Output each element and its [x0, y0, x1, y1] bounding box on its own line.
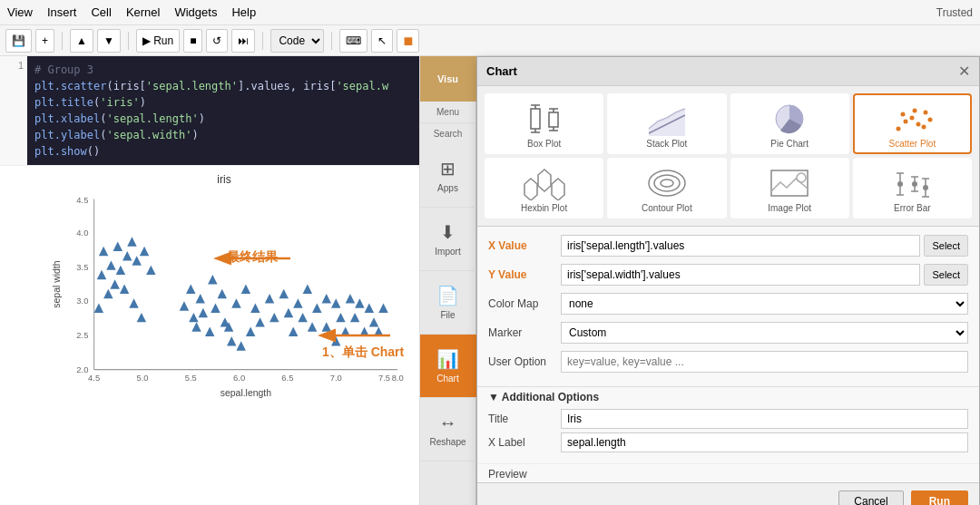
additional-options: ▼ Additional Options Title X Label — [477, 386, 979, 463]
menu-help[interactable]: Help — [231, 5, 256, 19]
svg-point-105 — [797, 173, 806, 182]
title-input[interactable] — [561, 409, 968, 429]
chart-type-stack-plot[interactable]: Stack Plot — [607, 93, 726, 154]
move-down-button[interactable]: ▼ — [97, 29, 121, 53]
code-editor[interactable]: # Group 3 plt.scatter(iris['sepal.length… — [27, 56, 419, 165]
svg-marker-66 — [346, 294, 355, 303]
user-option-input[interactable] — [561, 351, 968, 373]
svg-marker-76 — [374, 327, 383, 336]
svg-marker-56 — [284, 308, 293, 317]
x-select-button[interactable]: Select — [924, 235, 968, 257]
chart-type-contour[interactable]: Contour Plot — [607, 158, 726, 219]
svg-marker-54 — [180, 301, 189, 310]
y-value-input[interactable] — [561, 264, 920, 286]
add-cell-button[interactable]: + — [35, 29, 54, 53]
svg-text:5.0: 5.0 — [136, 373, 148, 383]
sidebar-item-chart[interactable]: 📊 Chart — [420, 335, 476, 398]
move-up-button[interactable]: ▲ — [70, 29, 93, 53]
sidebar-item-reshape[interactable]: ↔ Reshape — [420, 398, 476, 461]
menu-view[interactable]: View — [7, 5, 33, 19]
preview-row: Preview — [477, 463, 979, 482]
chart-type-scatter-plot[interactable]: Scatter Plot — [853, 93, 972, 154]
svg-marker-38 — [199, 308, 208, 317]
svg-point-95 — [901, 112, 906, 117]
sidebar-item-import[interactable]: ⬇ Import — [420, 208, 476, 271]
sidebar-item-file[interactable]: 📄 File — [420, 271, 476, 335]
reshape-icon: ↔ — [439, 413, 457, 433]
svg-point-113 — [912, 181, 917, 187]
chart-type-hexbin[interactable]: Hexbin Plot — [485, 158, 603, 219]
sidebar-item-apps[interactable]: ⊞ Apps — [420, 144, 476, 208]
svg-marker-41 — [189, 313, 198, 322]
svg-text:8.0: 8.0 — [392, 373, 404, 383]
additional-header[interactable]: ▼ Additional Options — [488, 391, 968, 403]
stack-plot-label: Stack Plot — [646, 139, 687, 149]
svg-rect-78 — [549, 112, 558, 127]
cursor-button[interactable]: ↖ — [371, 29, 393, 53]
svg-text:2.5: 2.5 — [76, 330, 88, 340]
import-icon: ⬇ — [440, 221, 456, 243]
cell-type-select[interactable]: Code — [270, 29, 324, 53]
chart-type-pie-chart[interactable]: Pie Chart — [730, 93, 849, 154]
dialog-footer: Cancel Run — [477, 482, 979, 505]
chart-type-image[interactable]: Image Plot — [730, 158, 849, 219]
svg-marker-45 — [241, 285, 250, 294]
svg-marker-25 — [97, 270, 106, 279]
svg-marker-48 — [246, 327, 255, 336]
stack-plot-icon — [644, 101, 690, 137]
scatter-plot-icon — [889, 101, 935, 137]
x-value-input[interactable] — [561, 235, 920, 257]
dialog-close-button[interactable]: ✕ — [958, 63, 970, 80]
sidebar-logo: Visu — [420, 56, 476, 102]
toolbar: 💾 + ▲ ▼ ▶ Run ■ ↺ ⏭ Code ⌨ ↖ ■ — [0, 25, 980, 56]
svg-text:7.0: 7.0 — [330, 373, 342, 383]
sidebar-reshape-label: Reshape — [429, 437, 466, 447]
cell-number: 1 — [0, 56, 27, 165]
svg-text:sepal.length: sepal.length — [220, 388, 271, 398]
menu-cell[interactable]: Cell — [91, 5, 111, 19]
box-plot-label: Box Plot — [527, 139, 561, 149]
sidebar-chart-label: Chart — [436, 374, 458, 384]
marker-select[interactable]: Custom — [561, 322, 968, 344]
menu-bar: View Insert Cell Kernel Widgets Help Tru… — [0, 0, 980, 25]
y-value-row: Y Value Select — [488, 263, 968, 286]
x-label-input[interactable] — [561, 432, 968, 452]
save-button[interactable]: 💾 — [5, 29, 32, 53]
svg-marker-46 — [250, 303, 260, 312]
restart-button[interactable]: ↺ — [206, 29, 228, 53]
stop-button[interactable]: ■ — [183, 29, 202, 53]
fast-forward-button[interactable]: ⏭ — [231, 29, 255, 53]
run-button-dialog[interactable]: Run — [911, 490, 968, 505]
title-row: Title — [488, 409, 968, 429]
cancel-button[interactable]: Cancel — [838, 490, 903, 505]
color-map-select[interactable]: none — [561, 293, 968, 315]
svg-text:4.5: 4.5 — [88, 373, 100, 383]
svg-marker-67 — [340, 327, 349, 336]
svg-marker-75 — [359, 327, 368, 336]
x-label-label: X Label — [488, 436, 561, 449]
svg-point-117 — [923, 185, 928, 190]
svg-marker-26 — [140, 247, 149, 256]
y-select-button[interactable]: Select — [924, 264, 968, 286]
svg-rect-77 — [531, 109, 540, 129]
sidebar-search-item[interactable]: Search — [430, 123, 466, 144]
marker-row: Marker Custom — [488, 321, 968, 345]
chart-type-box-plot[interactable]: Box Plot — [485, 93, 603, 154]
svg-point-90 — [904, 120, 908, 124]
svg-marker-30 — [129, 298, 138, 307]
user-option-row: User Option — [488, 350, 968, 374]
dialog-form: X Value Select Y Value Select Color Map … — [477, 227, 979, 386]
x-label-row: X Label — [488, 432, 968, 452]
chart-type-error-bar[interactable]: Error Bar — [853, 158, 972, 219]
keyboard-button[interactable]: ⌨ — [339, 29, 368, 53]
svg-point-109 — [897, 181, 903, 187]
stop-square-button[interactable]: ■ — [397, 29, 419, 53]
run-button[interactable]: ▶ Run — [136, 29, 180, 53]
menu-insert[interactable]: Insert — [47, 5, 77, 19]
chart-icon: 📊 — [436, 348, 459, 370]
menu-kernel[interactable]: Kernel — [126, 5, 161, 19]
toolbar-separator — [62, 32, 63, 50]
svg-marker-52 — [270, 313, 279, 322]
sidebar-menu-item[interactable]: Menu — [420, 102, 475, 123]
menu-widgets[interactable]: Widgets — [174, 5, 217, 19]
